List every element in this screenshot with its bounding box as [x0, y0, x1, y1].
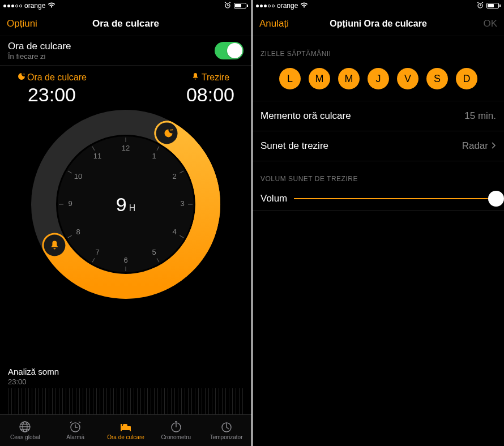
svg-rect-35 — [121, 424, 122, 427]
bedtime-enable-row: Ora de culcare În fiecare zi — [0, 36, 251, 66]
sleep-analysis-chart — [8, 388, 244, 414]
volume-row: Volum — [253, 187, 504, 211]
volume-section-header: VOLUM SUNET DE TREZIRE — [253, 161, 504, 187]
svg-text:zz: zz — [170, 128, 174, 131]
wifi-icon — [300, 2, 308, 10]
status-bar: orange — [253, 0, 504, 11]
days-of-week-row: L M M J V S D — [253, 62, 504, 101]
svg-rect-34 — [121, 426, 131, 430]
day-chip-m1[interactable]: M — [309, 68, 330, 89]
svg-rect-37 — [130, 430, 131, 431]
day-chip-l[interactable]: L — [279, 68, 301, 89]
svg-text:5: 5 — [152, 248, 156, 256]
bedtime-toggle[interactable] — [215, 42, 244, 59]
bedtime-label: Ora de culcare — [27, 72, 87, 83]
bedtime-value[interactable]: 23:00 — [17, 84, 87, 106]
tab-alarm[interactable]: Alarmă — [50, 415, 101, 446]
times-row: zz Ora de culcare 23:00 Trezire 08:00 — [8, 72, 244, 106]
nav-header: Opțiuni Ora de culcare — [0, 11, 251, 36]
svg-text:7: 7 — [95, 248, 99, 256]
svg-text:8: 8 — [76, 228, 80, 236]
tab-stopwatch[interactable]: Cronometru — [151, 415, 201, 446]
chevron-right-icon — [492, 140, 496, 152]
options-button[interactable]: Opțiuni — [7, 18, 52, 29]
svg-text:zz: zz — [23, 72, 25, 75]
tab-timer[interactable]: Temporizator — [201, 415, 251, 446]
svg-text:12: 12 — [122, 144, 130, 152]
svg-text:2: 2 — [172, 172, 176, 181]
sleep-analysis-title: Analiză somn — [8, 367, 244, 376]
volume-slider[interactable] — [294, 198, 496, 199]
day-chip-d[interactable]: D — [456, 68, 477, 89]
ok-button[interactable]: OK — [452, 18, 497, 29]
reminder-value: 15 min. — [464, 110, 496, 122]
volume-label: Volum — [260, 193, 287, 204]
day-chip-s[interactable]: S — [426, 68, 448, 89]
svg-text:10: 10 — [74, 172, 82, 181]
sleep-dial[interactable]: zz 12 1 2 3 4 5 6 7 8 9 10 11 — [29, 108, 222, 301]
wake-label: Trezire — [202, 72, 229, 83]
day-chip-m2[interactable]: M — [338, 68, 360, 89]
svg-text:11: 11 — [93, 152, 101, 160]
sleep-duration: 9H — [116, 194, 135, 216]
svg-text:3: 3 — [180, 199, 184, 208]
battery-icon — [234, 3, 248, 8]
bedtime-options-screen: orange Anulați Opțiuni Ora de culcare OK… — [253, 0, 504, 446]
wake-sound-value: Radar — [462, 140, 488, 152]
wifi-icon — [48, 2, 55, 10]
signal-strength-icon — [3, 5, 22, 7]
carrier-label: orange — [24, 2, 45, 10]
tab-bar: Ceas global Alarmă Ora de culcare Cronom… — [0, 414, 251, 446]
bedtime-row-subtitle: În fiecare zi — [8, 52, 71, 61]
slider-thumb[interactable] — [488, 191, 504, 207]
wake-sound-label: Sunet de trezire — [260, 140, 328, 152]
sleep-analysis-start: 23:00 — [8, 378, 244, 386]
moon-sleep-icon: zz — [17, 72, 25, 83]
wake-sound-row[interactable]: Sunet de trezire Radar — [253, 131, 504, 161]
page-title: Opțiuni Ora de culcare — [330, 19, 427, 29]
day-chip-j[interactable]: J — [368, 68, 389, 89]
tab-bedtime[interactable]: Ora de culcare — [101, 415, 151, 446]
svg-text:4: 4 — [172, 228, 176, 236]
svg-rect-36 — [121, 430, 122, 431]
battery-icon — [486, 3, 501, 8]
carrier-label: orange — [277, 2, 298, 10]
page-title: Ora de culcare — [92, 18, 159, 29]
days-section-header: ZILELE SĂPTĂMÂNII — [253, 36, 504, 62]
bedtime-row-title: Ora de culcare — [8, 41, 71, 52]
wake-value[interactable]: 08:00 — [186, 84, 234, 106]
svg-text:9: 9 — [68, 199, 72, 208]
reminder-label: Memento oră culcare — [260, 110, 351, 122]
signal-strength-icon — [256, 5, 275, 7]
bell-icon — [191, 72, 199, 83]
alarm-icon — [224, 2, 232, 10]
svg-text:6: 6 — [123, 256, 127, 264]
day-chip-v[interactable]: V — [397, 68, 418, 89]
tab-world-clock[interactable]: Ceas global — [0, 415, 50, 446]
reminder-row[interactable]: Memento oră culcare 15 min. — [253, 101, 504, 131]
sleep-analysis-section[interactable]: Analiză somn 23:00 — [0, 367, 251, 414]
svg-text:1: 1 — [152, 152, 156, 160]
cancel-button[interactable]: Anulați — [259, 18, 305, 29]
bedtime-screen: orange Opțiuni Ora de culcare Ora de cul… — [0, 0, 251, 446]
alarm-icon — [476, 2, 484, 10]
nav-header: Anulați Opțiuni Ora de culcare OK — [253, 11, 504, 36]
status-bar: orange — [0, 0, 251, 11]
